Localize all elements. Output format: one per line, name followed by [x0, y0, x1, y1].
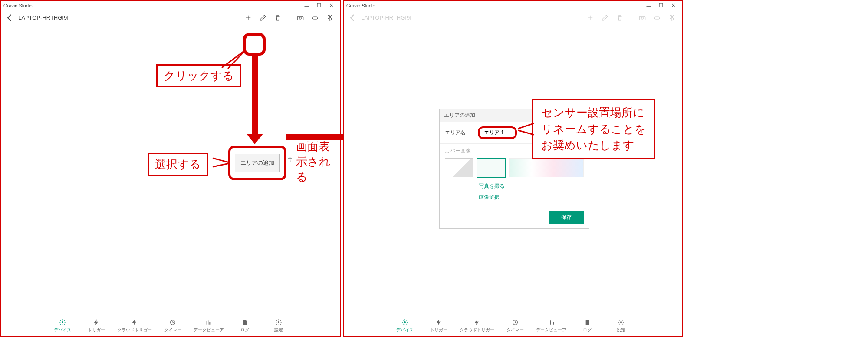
titlebar: Gravio Studio — ☐ ✕ — [344, 1, 682, 10]
camera-icon — [638, 14, 646, 22]
clock-icon — [169, 318, 177, 326]
nav-devices[interactable]: デバイス — [49, 318, 76, 333]
back-button[interactable] — [4, 13, 15, 23]
toolbar: LAPTOP-HRTHGI9I — [1, 10, 340, 25]
window-minimize-button[interactable]: — — [643, 1, 655, 10]
callout-rename-tail — [516, 122, 536, 139]
svg-point-7 — [641, 17, 644, 19]
window-maximize-button[interactable]: ☐ — [655, 1, 667, 10]
gear-icon — [275, 318, 283, 326]
window-right: Gravio Studio — ☐ ✕ LAPTOP-HRTHGI9I エリアの… — [343, 0, 683, 337]
window-close-button[interactable]: ✕ — [325, 1, 337, 10]
trash-ghost-icon — [286, 156, 293, 165]
device-icon — [311, 14, 319, 22]
add-area-card: エリアの追加 — [228, 146, 286, 180]
area-name-input[interactable]: エリア 1 — [478, 126, 517, 139]
bluetooth-button[interactable] — [323, 12, 336, 24]
cover-thumbs-row — [440, 156, 589, 181]
choose-image-link[interactable]: 画像選択 — [479, 192, 584, 203]
callout-select-tail — [212, 156, 231, 170]
svg-rect-2 — [312, 17, 318, 19]
chevron-left-icon — [4, 13, 15, 23]
app-title: Gravio Studio — [346, 3, 375, 8]
add-button[interactable] — [242, 12, 255, 24]
callout-rename-l1: センサー設置場所に — [541, 105, 646, 121]
nav-log[interactable]: ログ — [574, 318, 600, 333]
cover-thumb-blank[interactable] — [445, 158, 473, 177]
nav-timer[interactable]: タイマー — [160, 318, 186, 333]
edit-button[interactable] — [256, 12, 270, 24]
delete-button[interactable] — [271, 12, 284, 24]
svg-point-1 — [299, 17, 302, 19]
toolbar: LAPTOP-HRTHGI9I — [344, 10, 682, 25]
chevron-left-icon — [347, 13, 358, 23]
hostname-label: LAPTOP-HRTHGI9I — [18, 14, 69, 21]
camera-button[interactable] — [294, 12, 307, 24]
callout-rename-l2: リネームすることを — [541, 121, 646, 138]
delete-button[interactable] — [613, 12, 626, 24]
add-area-button[interactable]: エリアの追加 — [235, 154, 280, 172]
camera-icon — [296, 14, 304, 22]
callout-select-text: 選択する — [155, 158, 201, 171]
plus-icon — [244, 14, 252, 22]
edit-icon — [259, 14, 267, 22]
svg-point-9 — [404, 321, 406, 323]
callout-select: 選択する — [148, 153, 208, 176]
add-area-button-label: エリアの追加 — [240, 159, 274, 167]
window-close-button[interactable]: ✕ — [667, 1, 679, 10]
nav-trigger[interactable]: トリガー — [83, 318, 109, 333]
window-maximize-button[interactable]: ☐ — [313, 1, 325, 10]
cover-thumb-selected[interactable] — [477, 158, 506, 177]
nav-trigger[interactable]: トリガー — [426, 318, 452, 333]
nav-devices[interactable]: デバイス — [392, 318, 418, 333]
bottom-nav-right: デバイス トリガー クラウドトリガー タイマー データビューア ログ 設定 — [344, 315, 682, 336]
take-photo-link[interactable]: 写真を撮る — [479, 181, 584, 192]
camera-button[interactable] — [636, 12, 649, 24]
nav-log[interactable]: ログ — [232, 318, 258, 333]
device-button[interactable] — [309, 12, 322, 24]
cloud-bolt-icon — [473, 318, 481, 326]
nav-cloud-trigger[interactable]: クラウドトリガー — [460, 318, 494, 333]
trash-icon — [286, 156, 293, 163]
bolt-icon — [92, 318, 100, 326]
back-button[interactable] — [347, 13, 358, 23]
nav-timer[interactable]: タイマー — [502, 318, 528, 333]
svg-rect-0 — [297, 16, 303, 20]
device-icon — [653, 14, 661, 22]
bluetooth-icon — [668, 14, 676, 22]
window-minimize-button[interactable]: — — [301, 1, 313, 10]
callout-click-tail — [220, 49, 250, 70]
trash-icon — [616, 14, 624, 22]
device-button[interactable] — [651, 12, 664, 24]
gear-icon — [617, 318, 625, 326]
gear-icon — [59, 318, 66, 326]
edit-icon — [601, 14, 609, 22]
add-button[interactable] — [584, 12, 597, 24]
nav-settings[interactable]: 設定 — [608, 318, 634, 333]
svg-point-11 — [620, 321, 622, 323]
file-icon — [583, 318, 591, 326]
annotation-displayed: 画面表示される — [296, 139, 340, 185]
edit-button[interactable] — [598, 12, 612, 24]
callout-rename-l3: お奨めいたします — [541, 137, 646, 154]
nav-data-viewer[interactable]: データビューア — [194, 318, 224, 333]
nav-cloud-trigger[interactable]: クラウドトリガー — [117, 318, 152, 333]
cover-thumb-strip[interactable] — [509, 158, 584, 177]
trash-icon — [274, 14, 282, 22]
area-name-value: エリア 1 — [484, 129, 504, 136]
hostname-label: LAPTOP-HRTHGI9I — [361, 14, 411, 21]
bluetooth-button[interactable] — [665, 12, 678, 24]
nav-data-viewer[interactable]: データビューア — [536, 318, 566, 333]
area-name-label: エリア名 — [445, 129, 471, 136]
save-button-label: 保存 — [561, 214, 572, 220]
svg-rect-8 — [654, 17, 660, 19]
app-title: Gravio Studio — [3, 3, 33, 8]
bolt-icon — [435, 318, 443, 326]
callout-click-text: クリックする — [164, 69, 234, 82]
content-area-right: エリアの追加 エリア名 エリア 1 カバー画像 写真を撮る 画像選択 保存 — [344, 25, 682, 315]
chart-icon — [547, 318, 555, 326]
nav-settings[interactable]: 設定 — [266, 318, 292, 333]
content-area-left: クリックする エリアの追加 選択する 画面表示される — [1, 25, 340, 315]
callout-rename: センサー設置場所に リネームすることを お奨めいたします — [532, 99, 655, 159]
save-button[interactable]: 保存 — [549, 211, 584, 224]
